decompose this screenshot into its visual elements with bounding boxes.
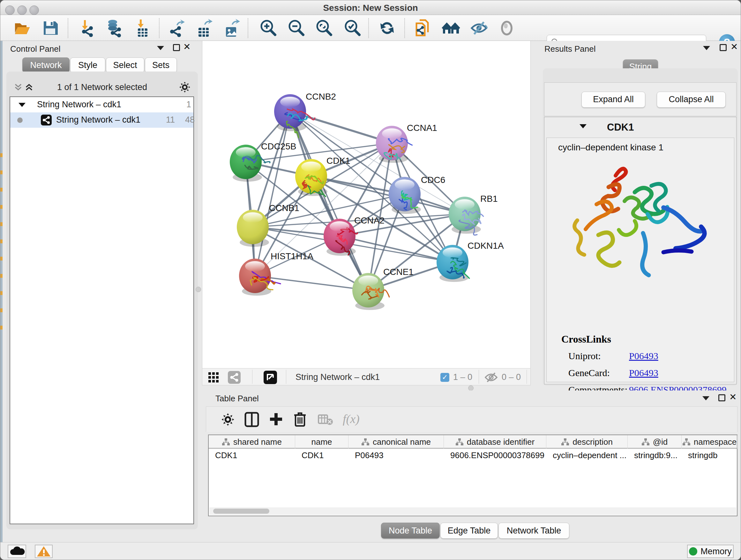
save-session-icon[interactable]: [41, 19, 60, 37]
node-CDK1[interactable]: [295, 159, 327, 197]
table-panel: Table Panel ✕ f(x) shared namenamecanoni…: [202, 390, 741, 542]
horizontal-splitter-handle[interactable]: [468, 385, 474, 391]
table-row[interactable]: CDK1CDK1P064939606.ENSP00000378699cyclin…: [209, 449, 737, 463]
cloud-status-button[interactable]: [8, 545, 26, 558]
column-header-database-identifier[interactable]: database identifier: [444, 435, 546, 449]
cell-canonical-name[interactable]: P06493: [348, 449, 444, 463]
new-network-from-selection-icon[interactable]: [413, 19, 432, 37]
delete-column-trash-icon[interactable]: [293, 411, 307, 427]
gear-icon[interactable]: [179, 81, 191, 93]
warnings-button[interactable]: [35, 545, 53, 558]
export-table-icon[interactable]: [195, 19, 213, 37]
network-node-count: 11: [166, 115, 175, 125]
network-edge-count: 48: [185, 115, 195, 125]
collapse-all-button[interactable]: Collapse All: [657, 91, 726, 108]
network-row-selected[interactable]: String Network – cdk1 11 48: [10, 112, 193, 128]
node-CCNA2[interactable]: [324, 219, 357, 256]
open-file-icon[interactable]: [13, 19, 31, 37]
column-header-description[interactable]: description: [546, 435, 628, 449]
table-panel-menu-icon[interactable]: [702, 396, 710, 400]
node-RB1[interactable]: [449, 197, 483, 235]
tab-network-table[interactable]: Network Table: [498, 523, 569, 539]
scrollbar-thumb[interactable]: [213, 509, 269, 514]
tab-style[interactable]: Style: [70, 57, 105, 73]
tab-node-table[interactable]: Node Table: [381, 523, 440, 539]
network-selection-status: 1 of 1 Network selected: [6, 82, 198, 92]
cloud-icon: [8, 545, 25, 557]
results-panel-menu-icon[interactable]: [703, 46, 710, 50]
table-options-gear-icon[interactable]: [221, 413, 235, 427]
crosslink-uniprot-link[interactable]: P06493: [629, 351, 658, 361]
node-CDC6[interactable]: [389, 177, 421, 214]
selected-nodes-checkbox[interactable]: ✓: [441, 373, 449, 382]
cell-description[interactable]: cyclin–dependent ...: [546, 449, 628, 463]
node-label-RB1: RB1: [480, 194, 497, 204]
import-network-icon[interactable]: [77, 19, 96, 37]
column-header-namespace[interactable]: namespace: [682, 435, 738, 449]
crosslink-genecard-link[interactable]: P06493: [629, 368, 658, 378]
network-share-icon: [41, 115, 52, 125]
collection-expand-icon[interactable]: [18, 103, 25, 107]
apply-layout-icon[interactable]: [378, 19, 396, 37]
tab-sets[interactable]: Sets: [145, 57, 177, 73]
import-table-icon[interactable]: [133, 19, 152, 37]
zoom-fit-icon[interactable]: [315, 19, 333, 37]
node-CDKN1A[interactable]: [436, 245, 469, 282]
crosslink-row: Uniprot:P06493: [568, 351, 728, 361]
node-CCNB1[interactable]: [237, 210, 269, 247]
show-all-icon[interactable]: [497, 19, 516, 37]
table-horizontal-scrollbar[interactable]: [209, 507, 736, 515]
control-panel-menu-icon[interactable]: [157, 46, 164, 50]
zoom-in-icon[interactable]: [259, 19, 277, 37]
gene-section-header[interactable]: CDK1: [544, 117, 736, 137]
create-column-plus-icon[interactable]: [269, 412, 283, 427]
node-label-CCNA1: CCNA1: [407, 123, 437, 133]
network-view-canvas[interactable]: CCNB2CCNA1CDC25BCDK1CDC6RB1CCNB1CCNA2CDK…: [202, 41, 531, 368]
results-panel-float-icon[interactable]: [720, 44, 727, 51]
view-mode-share-icon[interactable]: [228, 371, 241, 384]
collection-count: 1: [186, 100, 191, 110]
control-panel-float-icon[interactable]: [173, 44, 180, 51]
results-panel-close-icon[interactable]: ✕: [731, 44, 738, 51]
cell-namespace[interactable]: stringdb: [682, 449, 738, 463]
network-graph[interactable]: [202, 41, 531, 368]
export-network-icon[interactable]: [167, 19, 185, 37]
birds-eye-view-icon[interactable]: [264, 371, 277, 384]
network-status-dot: [17, 118, 23, 123]
zoom-out-icon[interactable]: [287, 19, 306, 37]
node-label-CCNE1: CCNE1: [383, 267, 414, 277]
control-panel-close-icon[interactable]: ✕: [183, 44, 191, 51]
zoom-selected-icon[interactable]: [343, 19, 361, 37]
cell--id[interactable]: stringdb:9...: [628, 449, 682, 463]
control-panel-title: Control Panel: [10, 44, 61, 54]
export-image-icon[interactable]: [222, 19, 241, 37]
show-columns-icon[interactable]: [245, 412, 259, 427]
network-selection-bar: 1 of 1 Network selected: [6, 81, 198, 94]
string-buttons-row: Expand All Collapse All: [544, 82, 737, 116]
tab-network[interactable]: Network: [22, 57, 70, 73]
hide-selected-icon[interactable]: [470, 19, 488, 37]
left-splitter-handle[interactable]: [196, 287, 201, 292]
gene-collapse-icon[interactable]: [580, 124, 587, 128]
table-panel-close-icon[interactable]: ✕: [729, 394, 737, 401]
column-header--id[interactable]: @id: [628, 435, 682, 449]
column-header-canonical-name[interactable]: canonical name: [348, 435, 444, 449]
toolbar-separator: [68, 18, 68, 38]
cell-database-identifier[interactable]: 9606.ENSP00000378699: [444, 449, 546, 463]
node-HIST1H1A[interactable]: [239, 259, 280, 296]
expand-all-button[interactable]: Expand All: [582, 91, 645, 108]
import-network-from-database-icon[interactable]: [105, 19, 123, 37]
node-label-CCNB2: CCNB2: [306, 91, 336, 102]
table-panel-float-icon[interactable]: [718, 394, 725, 401]
first-neighbors-icon[interactable]: [442, 19, 460, 37]
tab-edge-table[interactable]: Edge Table: [441, 523, 498, 539]
warning-icon: [36, 545, 52, 557]
cell-shared-name[interactable]: CDK1: [209, 449, 295, 463]
column-header-shared-name[interactable]: shared name: [209, 435, 295, 449]
column-header-name[interactable]: name: [295, 435, 348, 449]
tab-select[interactable]: Select: [106, 57, 144, 73]
memory-button[interactable]: Memory: [687, 545, 734, 558]
network-collection-row[interactable]: String Network – cdk1 1: [10, 98, 193, 112]
cell-name[interactable]: CDK1: [295, 449, 348, 463]
grid-mode-icon[interactable]: [208, 372, 219, 383]
